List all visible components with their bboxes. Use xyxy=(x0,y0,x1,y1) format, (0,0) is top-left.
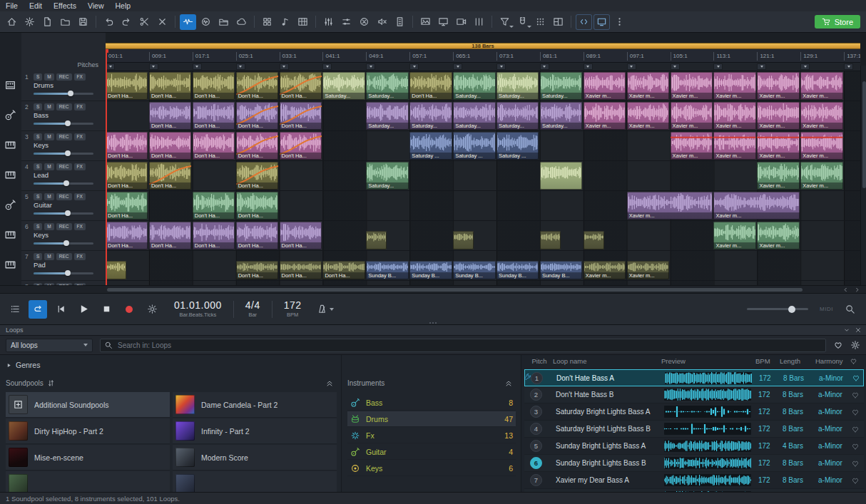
record-audio-button[interactable] xyxy=(198,14,214,30)
soundpool-item[interactable] xyxy=(6,471,170,492)
cloud-loops-button[interactable] xyxy=(233,14,250,30)
audio-clip[interactable]: Don't Ha... xyxy=(193,72,235,100)
loop-favorite-button[interactable] xyxy=(851,442,860,451)
volume-knob[interactable] xyxy=(68,91,73,96)
clip-pitch-selector[interactable] xyxy=(800,63,810,70)
loop-row[interactable]: 1Don't Hate Bass A1728 Barsa-Minor xyxy=(524,369,864,386)
grid-view-button[interactable] xyxy=(259,14,275,30)
video-monitor-button[interactable] xyxy=(453,14,469,30)
clip-pitch-selector[interactable] xyxy=(584,63,593,70)
audio-clip[interactable]: Xavier m... xyxy=(757,102,799,130)
instrument-item-guitar[interactable]: Guitar4 xyxy=(347,444,516,460)
column-header-favorite[interactable] xyxy=(850,357,857,365)
track-rec-button[interactable]: REC xyxy=(56,193,72,200)
loop-preview[interactable] xyxy=(664,440,751,452)
track-volume-slider[interactable] xyxy=(34,242,93,245)
track-s-button[interactable]: S xyxy=(34,223,42,230)
soundpools-collapse-button[interactable] xyxy=(325,379,334,388)
store-button[interactable]: Store xyxy=(815,15,860,29)
instrument-item-drums[interactable]: Drums47 xyxy=(347,411,516,427)
loop-preview[interactable] xyxy=(664,423,751,435)
loop-preview[interactable] xyxy=(664,474,751,486)
panel-close-button[interactable] xyxy=(855,326,862,334)
clip-pitch-selector[interactable] xyxy=(193,63,202,70)
soundpool-item[interactable]: Mise-en-scene xyxy=(6,445,170,470)
track-s-button[interactable]: S xyxy=(34,253,42,260)
audio-clip[interactable]: Xavier m... xyxy=(800,132,842,160)
audio-clip[interactable]: Saturday ... xyxy=(496,132,539,160)
volume-knob[interactable] xyxy=(65,270,71,276)
audio-clip[interactable]: Don't Ha... xyxy=(106,132,148,160)
audio-clip[interactable]: Don't Ha... xyxy=(149,72,191,100)
volume-knob[interactable] xyxy=(65,210,71,216)
loops-search-input[interactable] xyxy=(116,341,822,350)
audio-clip[interactable]: Xavier m... xyxy=(627,192,713,220)
loop-row[interactable]: 3Saturday Bright Lights Bass A1728 Barsa… xyxy=(524,403,864,421)
audio-clip[interactable]: Don't Ha... xyxy=(193,222,235,250)
loop-favorite-button[interactable] xyxy=(851,459,860,468)
effects-button[interactable] xyxy=(356,14,372,30)
audio-clip[interactable] xyxy=(106,261,126,279)
playhead[interactable] xyxy=(106,49,107,285)
track-m-button[interactable]: M xyxy=(44,193,54,200)
volume-knob[interactable] xyxy=(65,150,71,156)
track-s-button[interactable]: S xyxy=(34,133,42,140)
audio-clip[interactable]: Xavier m... xyxy=(713,132,755,160)
audio-clip[interactable]: Don't Ha... xyxy=(236,102,278,130)
document-button[interactable] xyxy=(392,14,408,30)
pitch-indicator[interactable]: 4 xyxy=(530,423,542,435)
favorites-filter-button[interactable] xyxy=(833,340,843,350)
track-s-button[interactable]: S xyxy=(34,163,42,170)
bars-range-bar[interactable]: 138 Bars xyxy=(106,43,860,49)
audio-clip[interactable]: Don't Ha... xyxy=(280,72,322,100)
audio-clip[interactable]: Xavier m... xyxy=(627,261,669,279)
audio-clip[interactable]: Don't Ha... xyxy=(322,261,365,279)
audio-clip[interactable] xyxy=(584,231,604,250)
layout-panels-button[interactable] xyxy=(550,14,566,30)
track-header-3[interactable]: 3SMRECFXKeys xyxy=(21,131,106,161)
pitch-indicator[interactable]: 3 xyxy=(530,406,542,418)
pitch-indicator[interactable]: 2 xyxy=(530,389,542,401)
program-monitor-button[interactable] xyxy=(435,14,452,30)
loop-favorite-button[interactable] xyxy=(851,408,860,416)
track-fx-button[interactable]: FX xyxy=(74,133,86,140)
clip-pitch-selector[interactable] xyxy=(627,63,636,70)
audio-clip[interactable]: Don't Ha... xyxy=(280,222,322,250)
audio-clip[interactable]: Xavier m... xyxy=(713,72,755,100)
audio-clip[interactable]: Xavier m... xyxy=(671,132,713,160)
audio-clip[interactable]: Xavier m... xyxy=(671,72,713,100)
more-button[interactable] xyxy=(611,14,628,30)
audio-clip[interactable]: Xavier m... xyxy=(627,102,669,130)
audio-clip[interactable]: Don't Ha... xyxy=(236,192,278,220)
audio-clip[interactable]: Xavier m... xyxy=(713,222,755,250)
audio-clip[interactable]: Don't Ha... xyxy=(236,132,278,160)
track-volume-slider[interactable] xyxy=(34,123,93,125)
loop-favorite-button[interactable] xyxy=(851,476,860,485)
loop-row[interactable]: 6Sunday Bright Lights Bass B1728 Barsa-M… xyxy=(524,455,864,472)
audio-clip[interactable]: Xavier m... xyxy=(800,162,842,190)
filter-button[interactable] xyxy=(496,14,513,30)
audio-clip[interactable]: Don't Ha... xyxy=(149,222,191,250)
audio-clip[interactable]: Saturday... xyxy=(540,72,582,100)
audio-clip[interactable]: Saturday ... xyxy=(409,132,452,160)
clip-pitch-selector[interactable] xyxy=(540,63,549,70)
track-volume-slider[interactable] xyxy=(34,182,93,185)
genres-section[interactable]: Genres xyxy=(6,361,40,369)
loops-search-box[interactable] xyxy=(100,339,826,352)
audio-clip[interactable]: Don't Ha... xyxy=(280,261,322,279)
audio-clip[interactable] xyxy=(540,162,582,190)
audio-clip[interactable]: Don't Ha... xyxy=(193,192,235,220)
track-header-6[interactable]: 6SMRECFXKeys xyxy=(21,221,106,251)
loop-favorite-button[interactable] xyxy=(851,425,860,433)
track-header-7[interactable]: 7SMRECFXPad xyxy=(21,251,106,281)
track-rec-button[interactable]: REC xyxy=(56,73,72,81)
track-lane-5[interactable]: Don't Ha...Don't Ha...Don't Ha...Xavier … xyxy=(106,191,860,221)
audio-clip[interactable]: Saturday... xyxy=(409,102,452,130)
track-s-button[interactable]: S xyxy=(34,103,42,110)
audio-clip[interactable]: Don't Ha... xyxy=(236,261,278,279)
clip-pitch-selector[interactable] xyxy=(496,63,506,70)
track-lane-3[interactable]: Don't Ha...Don't Ha...Don't Ha...Don't H… xyxy=(106,131,860,161)
columns-button[interactable] xyxy=(471,14,487,30)
volume-knob[interactable] xyxy=(65,120,71,126)
image-preview-button[interactable] xyxy=(417,14,434,30)
